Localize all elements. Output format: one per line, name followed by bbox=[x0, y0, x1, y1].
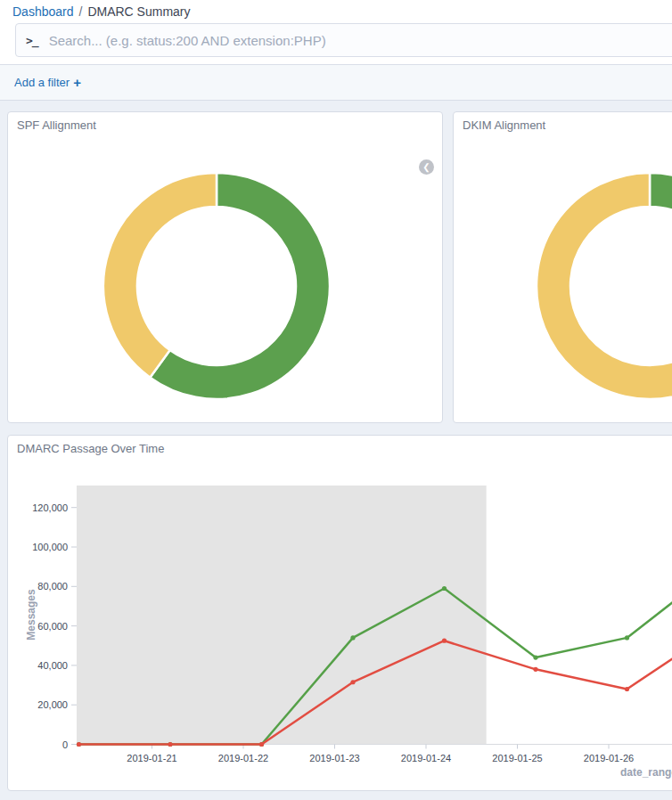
point-series-green-2019-01-23[interactable] bbox=[350, 635, 355, 640]
spf-donut-chart[interactable] bbox=[8, 112, 444, 424]
kibana-dashboard-screen: Dashboard/DMARC Summary >_ Add a filter … bbox=[0, 0, 672, 800]
plus-icon: + bbox=[73, 75, 81, 90]
point-series-red-2019-01-26[interactable] bbox=[625, 687, 629, 691]
x-tick-label: 2019-01-25 bbox=[492, 753, 542, 763]
point-series-red-2019-01-21[interactable] bbox=[168, 742, 172, 747]
legend-toggle-icon[interactable]: ❮ bbox=[419, 159, 434, 175]
add-filter-link[interactable]: Add a filter + bbox=[14, 75, 81, 90]
x-tick-label: 2019-01-23 bbox=[309, 753, 359, 763]
y-tick-label: 120,000 bbox=[32, 502, 68, 513]
panel-spf-alignment: SPF Allignment ❮ bbox=[7, 111, 443, 423]
breadcrumb-dashboard-link[interactable]: Dashboard bbox=[12, 4, 74, 19]
x-axis-title: date_range per day bbox=[620, 766, 672, 779]
y-tick-label: 80,000 bbox=[37, 581, 68, 592]
y-tick-label: 40,000 bbox=[37, 660, 68, 671]
point-series-green-2019-01-25[interactable] bbox=[533, 655, 537, 659]
filter-bar: Add a filter + bbox=[0, 64, 672, 101]
donut-slice-aligned[interactable] bbox=[650, 173, 672, 214]
point-series-red-2019-01-24[interactable] bbox=[442, 639, 447, 643]
x-tick-label: 2019-01-24 bbox=[401, 753, 451, 763]
x-tick-label: 2019-01-26 bbox=[584, 753, 634, 763]
dkim-donut-chart[interactable] bbox=[454, 112, 672, 424]
y-tick-label: 20,000 bbox=[37, 699, 68, 710]
query-prompt-icon: >_ bbox=[26, 34, 38, 47]
dmarc-passage-line-chart[interactable]: 020,00040,00060,00080,000100,000120,0002… bbox=[8, 436, 672, 792]
point-series-red-2019-01-22[interactable] bbox=[259, 742, 264, 747]
panel-dkim-alignment: DKIM Alignment bbox=[453, 111, 672, 423]
x-tick-label: 2019-01-22 bbox=[218, 753, 268, 763]
y-tick-label: 0 bbox=[62, 739, 68, 750]
donut-slice-not-aligned[interactable] bbox=[103, 173, 217, 378]
search-input[interactable] bbox=[49, 33, 672, 48]
point-series-green-2019-01-26[interactable] bbox=[625, 635, 629, 640]
breadcrumb: Dashboard/DMARC Summary bbox=[12, 3, 191, 20]
y-tick-label: 100,000 bbox=[32, 542, 68, 552]
y-tick-label: 60,000 bbox=[37, 621, 68, 632]
point-series-red-2019-01-25[interactable] bbox=[533, 667, 537, 672]
y-axis-title: Messages bbox=[25, 589, 37, 641]
x-tick-label: 2019-01-21 bbox=[127, 753, 176, 763]
point-series-green-2019-01-24[interactable] bbox=[442, 586, 447, 591]
breadcrumb-current-page: DMARC Summary bbox=[87, 4, 190, 19]
point-series-red-2019-01-23[interactable] bbox=[350, 680, 355, 684]
time-range-shaded-region bbox=[77, 486, 487, 745]
point-series-red-2019-01-20[interactable] bbox=[77, 742, 81, 747]
panel-dmarc-passage-over-time: DMARC Passage Over Time 020,00040,00060,… bbox=[7, 435, 672, 791]
add-filter-label: Add a filter bbox=[14, 76, 70, 89]
search-bar: >_ bbox=[15, 23, 672, 57]
breadcrumb-separator: / bbox=[79, 4, 83, 19]
